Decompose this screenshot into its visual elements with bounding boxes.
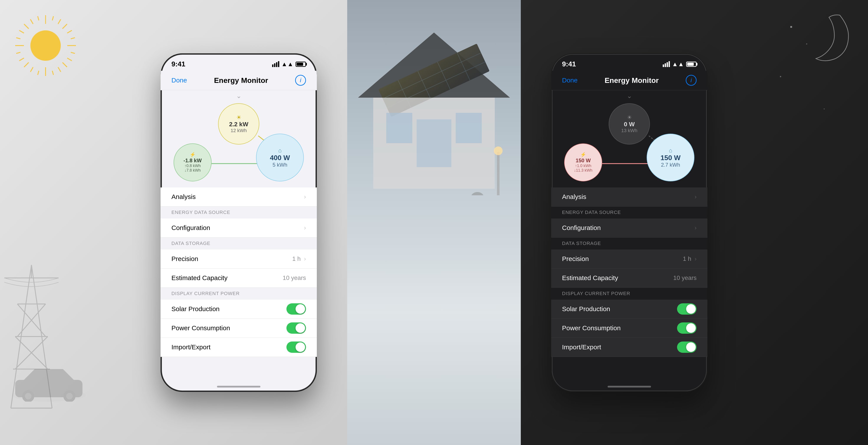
analysis-label-right: Analysis xyxy=(562,193,586,200)
analysis-row-left[interactable]: Analysis › xyxy=(161,187,317,206)
grid-export-right: ↓11.3 kWh xyxy=(574,168,592,173)
wifi-icon-right: ▲▲ xyxy=(672,61,684,68)
data-storage-label-right: DATA STORAGE xyxy=(562,241,601,246)
solar-power-left: 2.2 kW xyxy=(229,121,248,128)
data-storage-header-left: DATA STORAGE xyxy=(161,237,317,250)
home-icon-left: ⌂ xyxy=(278,147,282,154)
precision-right-right: 1 h › xyxy=(683,255,696,262)
grid-icon-right: ⚡ xyxy=(580,152,586,158)
signal-bars-left xyxy=(272,61,279,67)
power-consumption-row-right: Power Consumption xyxy=(551,319,707,338)
home-kwh-right: 2.7 kWh xyxy=(661,162,680,168)
solar-icon-right: ☀ xyxy=(627,114,632,121)
drag-handle-left: ⌄ xyxy=(236,92,242,100)
data-storage-header-right: DATA STORAGE xyxy=(551,237,707,250)
grid-import-right: ↑1.0 kWh xyxy=(575,164,591,168)
toggle-knob-import-right xyxy=(686,342,696,352)
grid-export-left: ↓7.8 kWh xyxy=(184,168,201,173)
estimated-capacity-label-left: Estimated Capacity xyxy=(172,274,227,282)
signal-bar-r4 xyxy=(669,61,670,67)
nav-title-left: Energy Monitor xyxy=(214,76,268,85)
solar-production-label-right: Solar Production xyxy=(562,305,610,313)
signal-bar-r3 xyxy=(666,62,668,67)
toggle-knob-import-left xyxy=(296,342,305,352)
energy-data-source-label-right: ENERGY DATA SOURCE xyxy=(562,210,621,215)
solar-production-toggle-left[interactable] xyxy=(286,303,306,315)
analysis-chevron-left: › xyxy=(304,193,306,200)
toggle-knob-solar-right xyxy=(686,304,696,314)
status-bar-left: 9:41 ▲▲ xyxy=(161,53,317,71)
home-indicator-right xyxy=(608,386,651,387)
info-button-left[interactable]: i xyxy=(295,75,306,86)
grid-icon-left: ⚡ xyxy=(190,152,195,158)
battery-icon-left xyxy=(296,62,306,67)
configuration-chevron-left: › xyxy=(304,224,306,231)
analysis-label-left: Analysis xyxy=(172,193,196,200)
display-current-power-header-right: DISPLAY CURRENT POWER xyxy=(551,288,707,299)
battery-fill-right xyxy=(687,63,694,66)
home-icon-right: ⌂ xyxy=(669,147,672,154)
status-bar-right: 9:41 ▲▲ xyxy=(551,53,707,71)
configuration-row-left[interactable]: Configuration › xyxy=(161,219,317,237)
import-export-row-right: Import/Export xyxy=(551,338,707,357)
solar-kwh-left: 12 kWh xyxy=(231,128,247,133)
signal-bars-right xyxy=(663,61,670,67)
home-kwh-left: 5 kWh xyxy=(273,162,287,168)
import-export-row-left: Import/Export xyxy=(161,338,317,357)
precision-label-right: Precision xyxy=(562,255,589,262)
import-export-toggle-right[interactable] xyxy=(677,342,696,353)
diagram-wrapper-left: ☀ 2.2 kW 12 kWh ⚡ -1.8 kW ↑0.8 kWh ↓7.8 … xyxy=(174,103,304,181)
home-power-left: 400 W xyxy=(270,154,290,162)
precision-row-right[interactable]: Precision 1 h › xyxy=(551,250,707,268)
home-indicator-left xyxy=(217,386,260,387)
phone-right: 9:41 ▲▲ Done Energy Monitor i xyxy=(551,53,707,392)
nav-bar-left: Done Energy Monitor i xyxy=(161,71,317,90)
home-circle-right: ⌂ 150 W 2.7 kWh xyxy=(647,134,694,181)
analysis-chevron-right: › xyxy=(694,193,696,200)
analysis-row-right[interactable]: Analysis › xyxy=(551,187,707,206)
energy-diagram-right: ☀ 0 W 13 kWh ⚡ 150 W ↑1.0 kWh ↓11.3 kWh xyxy=(551,100,707,185)
wifi-icon-left: ▲▲ xyxy=(281,61,293,68)
configuration-row-right[interactable]: Configuration › xyxy=(551,219,707,237)
power-consumption-label-right: Power Consumption xyxy=(562,324,621,332)
done-button-right[interactable]: Done xyxy=(562,76,578,84)
solar-production-row-right: Solar Production xyxy=(551,299,707,319)
signal-bar-r1 xyxy=(663,64,664,67)
settings-section-right: Analysis › ENERGY DATA SOURCE Configurat… xyxy=(551,187,707,392)
precision-row-left[interactable]: Precision 1 h › xyxy=(161,250,317,268)
grid-power-left: -1.8 kW xyxy=(183,158,202,164)
import-export-label-left: Import/Export xyxy=(172,344,211,351)
import-export-toggle-left[interactable] xyxy=(286,342,306,353)
status-time-left: 9:41 xyxy=(172,60,185,68)
grid-circle-right: ⚡ 150 W ↑1.0 kWh ↓11.3 kWh xyxy=(564,144,602,181)
signal-bar-1 xyxy=(272,64,273,67)
done-button-left[interactable]: Done xyxy=(172,76,187,84)
power-consumption-toggle-left[interactable] xyxy=(286,322,306,334)
estimated-capacity-row-left: Estimated Capacity 10 years xyxy=(161,268,317,288)
nav-title-right: Energy Monitor xyxy=(604,76,659,85)
solar-production-label-left: Solar Production xyxy=(172,305,220,313)
signal-bar-r2 xyxy=(665,63,666,67)
energy-data-source-header-right: ENERGY DATA SOURCE xyxy=(551,206,707,219)
status-time-right: 9:41 xyxy=(562,60,576,68)
solar-production-row-left: Solar Production xyxy=(161,299,317,319)
home-circle-left: ⌂ 400 W 5 kWh xyxy=(256,134,304,181)
phone-left: 9:41 ▲▲ Done Energy Monitor i xyxy=(161,53,317,392)
grid-circle-left: ⚡ -1.8 kW ↑0.8 kWh ↓7.8 kWh xyxy=(174,144,212,181)
status-icons-left: ▲▲ xyxy=(272,61,306,68)
info-button-right[interactable]: i xyxy=(686,75,696,86)
battery-fill-left xyxy=(297,63,303,66)
precision-right-left: 1 h › xyxy=(292,255,306,262)
toggle-knob-power-left xyxy=(296,323,305,333)
estimated-capacity-value-left: 10 years xyxy=(283,275,306,281)
power-consumption-toggle-right[interactable] xyxy=(677,322,696,334)
precision-label-left: Precision xyxy=(172,255,198,262)
data-storage-label-left: DATA STORAGE xyxy=(172,241,210,246)
estimated-capacity-value-right: 10 years xyxy=(673,275,696,281)
energy-data-source-label-left: ENERGY DATA SOURCE xyxy=(172,210,230,215)
solar-production-toggle-right[interactable] xyxy=(677,303,696,315)
import-export-label-right: Import/Export xyxy=(562,344,601,351)
grid-import-left: ↑0.8 kWh xyxy=(184,164,201,168)
configuration-chevron-right: › xyxy=(694,224,696,231)
nav-bar-right: Done Energy Monitor i xyxy=(551,71,707,90)
